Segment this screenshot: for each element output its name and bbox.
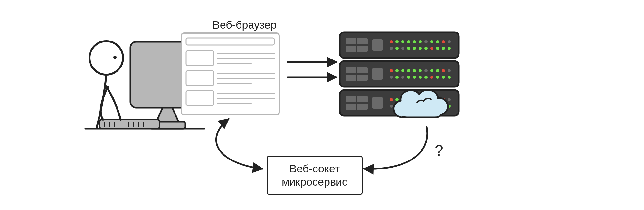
browser-to-websocket-arrow-icon xyxy=(193,114,270,178)
websocket-microservice-box: Веб-сокет микросервис xyxy=(267,156,363,195)
websocket-line2: микросервис xyxy=(282,175,347,188)
request-response-arrows-icon xyxy=(285,54,340,86)
server-to-websocket-arrow-icon xyxy=(357,122,441,180)
websocket-line1: Веб-сокет xyxy=(282,162,347,175)
diagram-stage: Веб-браузер xyxy=(0,0,644,210)
server-rack-icon xyxy=(336,31,469,133)
question-mark-label: ? xyxy=(435,142,443,159)
browser-window-icon xyxy=(180,32,280,116)
browser-label: Веб-браузер xyxy=(213,19,277,31)
svg-rect-3 xyxy=(100,120,159,129)
svg-point-15 xyxy=(90,41,123,75)
svg-point-16 xyxy=(113,56,117,59)
